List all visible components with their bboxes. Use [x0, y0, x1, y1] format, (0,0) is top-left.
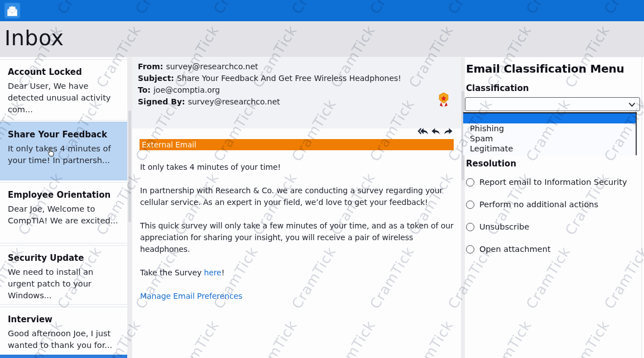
- resolution-option-open-attachment[interactable]: Open attachment: [466, 245, 551, 254]
- radio-label: Open attachment: [479, 245, 551, 254]
- radio-button[interactable]: [466, 178, 474, 187]
- signed-by-label: Signed By:: [138, 97, 185, 106]
- forward-icon[interactable]: [443, 127, 453, 136]
- email-preview: Good afternoon Joe, I just wanted to tha…: [8, 328, 121, 351]
- dropdown-scrollbar[interactable]: [636, 113, 637, 155]
- list-item-employee-orientation[interactable]: Employee Orientation Dear Joe, Welcome t…: [0, 182, 127, 244]
- body-paragraph: It only takes 4 minutes of your time!: [140, 161, 456, 173]
- resolution-option-report[interactable]: Report email to Information Security: [466, 178, 627, 187]
- to-label: To:: [138, 85, 151, 94]
- radio-label: Perform no additional actions: [479, 200, 598, 209]
- list-scrollbar[interactable]: [127, 58, 132, 358]
- app-top-bar: [0, 0, 644, 21]
- dropdown-option-legitimate[interactable]: Legitimate: [463, 144, 637, 154]
- body-paragraph: Take the Survey here!: [140, 267, 456, 279]
- radio-button[interactable]: [466, 201, 474, 209]
- reply-all-icon[interactable]: [417, 127, 429, 136]
- to-value: joe@comptia.org: [153, 85, 220, 94]
- survey-text-suffix: !: [222, 268, 225, 277]
- classification-panel: Email Classification Menu Classification…: [465, 58, 644, 358]
- dropdown-option-phishing[interactable]: Phishing: [463, 123, 637, 133]
- subject-row: Subject:Share Your Feedback And Get Free…: [138, 73, 461, 84]
- reply-icon[interactable]: [431, 127, 441, 136]
- list-item-share-your-feedback[interactable]: Share Your Feedback It only takes 4 minu…: [0, 122, 127, 180]
- signed-by-row: Signed By:survey@researchco.net: [138, 96, 461, 108]
- resolution-option-no-action[interactable]: Perform no additional actions: [466, 200, 598, 209]
- radio-button[interactable]: [466, 223, 474, 231]
- resolution-option-unsubscribe[interactable]: Unsubscribe: [466, 222, 529, 231]
- reply-toolbar: [417, 127, 453, 136]
- subject-value: Share Your Feedback And Get Free Wireles…: [177, 74, 401, 83]
- external-email-banner: External Email: [140, 139, 454, 150]
- manage-email-preferences-link[interactable]: Manage Email Preferences: [140, 292, 242, 300]
- email-preview: We need to install an urgent patch to yo…: [8, 266, 121, 302]
- from-row: From:survey@researchco.net: [138, 61, 461, 73]
- from-value: survey@researchco.net: [166, 62, 258, 71]
- email-title: Share Your Feedback: [8, 130, 121, 140]
- email-list: Account Locked Dear User, We have detect…: [0, 58, 127, 358]
- email-preview: Dear Joe, Welcome to CompTIA! We are exc…: [8, 203, 121, 227]
- survey-text: Take the Survey: [140, 268, 204, 277]
- mail-icon: [4, 3, 20, 18]
- classification-select[interactable]: [465, 97, 640, 111]
- body-paragraph: This quick survey will only take a few m…: [140, 220, 456, 255]
- email-title: Account Locked: [8, 67, 121, 77]
- email-panel-scrollbar[interactable]: [461, 58, 465, 358]
- body-paragraph: Manage Email Preferences: [140, 290, 456, 302]
- list-item-security-update[interactable]: Security Update We need to install an ur…: [0, 245, 127, 305]
- dropdown-option-blank[interactable]: [463, 113, 637, 123]
- email-body: It only takes 4 minutes of your time! In…: [140, 161, 456, 314]
- to-row: To:joe@comptia.org: [138, 84, 461, 96]
- email-preview: It only takes 4 minutes of your time! In…: [8, 143, 121, 166]
- resolution-label: Resolution: [466, 159, 516, 169]
- email-title: Interview: [8, 314, 121, 324]
- classification-menu-title: Email Classification Menu: [466, 62, 624, 75]
- panel-scrollbar-track[interactable]: [641, 58, 642, 358]
- email-view-panel: From:survey@researchco.net Subject:Share…: [132, 58, 461, 358]
- email-title: Security Update: [8, 253, 121, 263]
- page-title: Inbox: [4, 26, 64, 50]
- radio-label: Unsubscribe: [479, 222, 529, 231]
- from-label: From:: [138, 62, 163, 71]
- classification-dropdown-list: Phishing Spam Legitimate: [463, 112, 637, 155]
- email-header-block: From:survey@researchco.net Subject:Share…: [132, 58, 461, 128]
- body-paragraph: In partnership with Research & Co. we ar…: [140, 185, 456, 208]
- inbox-header-band: Inbox: [0, 21, 644, 58]
- dropdown-option-spam[interactable]: Spam: [463, 133, 637, 144]
- list-item-interview[interactable]: Interview Good afternoon Joe, I just wan…: [0, 307, 127, 355]
- radio-label: Report email to Information Security: [479, 178, 627, 187]
- signed-badge-icon: [438, 92, 450, 112]
- subject-label: Subject:: [138, 74, 174, 83]
- email-title: Employee Orientation: [8, 190, 121, 200]
- radio-button[interactable]: [466, 245, 474, 254]
- email-preview: Dear User, We have detected unusual acti…: [8, 80, 121, 116]
- survey-here-link[interactable]: here: [204, 268, 221, 277]
- chevron-down-icon: [628, 102, 636, 107]
- list-item-account-locked[interactable]: Account Locked Dear User, We have detect…: [0, 59, 127, 121]
- signed-by-value: survey@researchco.net: [188, 97, 280, 106]
- classification-label: Classification: [466, 83, 529, 93]
